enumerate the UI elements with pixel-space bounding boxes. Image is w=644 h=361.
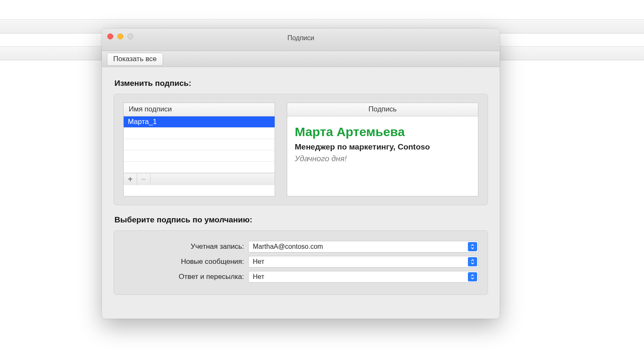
new-messages-label: Новые сообщения: xyxy=(123,258,244,266)
new-messages-select[interactable]: Нет xyxy=(248,256,478,268)
edit-signature-heading: Изменить подпись: xyxy=(114,79,487,88)
new-messages-select-value: Нет xyxy=(253,258,264,266)
signatures-window: Подписи Показать все Изменить подпись: И… xyxy=(102,28,500,319)
signature-list-body: Марта_1 xyxy=(124,116,275,173)
edit-panel: Имя подписи Марта_1 + − xyxy=(114,94,488,205)
signature-list-item[interactable]: Марта_1 xyxy=(124,116,275,128)
content-area: Изменить подпись: Имя подписи Марта_1 + xyxy=(102,67,500,302)
account-select[interactable]: MarthaA@contoso.com xyxy=(248,241,478,253)
signature-preview-pane: Подпись Марта Артемьева Менеджер по марк… xyxy=(287,103,478,196)
account-label: Учетная запись: xyxy=(123,242,244,251)
signature-name-column-header: Имя подписи xyxy=(124,103,275,116)
toolbar: Показать все xyxy=(102,51,500,67)
default-signature-heading: Выберите подпись по умолчанию: xyxy=(114,215,487,224)
window-title: Подписи xyxy=(102,34,500,42)
signature-list-blank xyxy=(124,162,275,173)
signature-list: Имя подписи Марта_1 + − xyxy=(123,103,275,196)
reply-forward-select[interactable]: Нет xyxy=(248,271,478,283)
chevron-up-down-icon xyxy=(468,257,477,266)
signature-preview-header: Подпись xyxy=(287,103,478,116)
signature-list-blank xyxy=(124,150,275,162)
remove-signature-button[interactable]: − xyxy=(137,173,151,185)
chevron-up-down-icon xyxy=(468,242,477,251)
signature-tagline-text: Удачного дня! xyxy=(295,154,470,163)
show-all-button[interactable]: Показать все xyxy=(107,53,163,66)
signature-list-footer: + − xyxy=(124,173,275,185)
signature-list-blank xyxy=(124,128,275,139)
defaults-panel: Учетная запись: MarthaA@contoso.com Новы… xyxy=(114,230,488,295)
account-select-value: MarthaA@contoso.com xyxy=(253,243,323,250)
reply-forward-label: Ответ и пересылка: xyxy=(123,273,244,281)
signature-preview-body[interactable]: Марта Артемьева Менеджер по маркетингу, … xyxy=(287,116,478,196)
add-signature-button[interactable]: + xyxy=(124,173,137,185)
signature-title-text: Менеджер по маркетингу, Contoso xyxy=(295,142,470,152)
reply-forward-select-value: Нет xyxy=(253,273,264,281)
titlebar: Подписи xyxy=(102,28,500,51)
signature-list-blank xyxy=(124,139,275,150)
chevron-up-down-icon xyxy=(468,272,477,281)
signature-name-text: Марта Артемьева xyxy=(295,125,470,139)
